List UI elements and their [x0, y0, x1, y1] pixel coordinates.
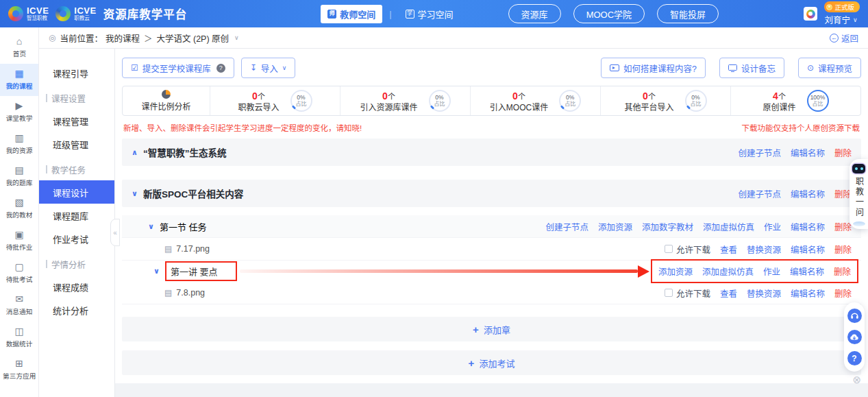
- chevron-down-icon[interactable]: ∨: [234, 34, 239, 41]
- space-tab-learning-space[interactable]: 学学习空间: [399, 5, 460, 23]
- action-add-digital-textbook[interactable]: 添加数字教材: [642, 220, 693, 233]
- sidebar-item-my-textbooks[interactable]: ▧我的教材: [0, 193, 38, 225]
- action-delete[interactable]: 删除: [834, 287, 852, 300]
- tree-row-title[interactable]: 7.17.png: [176, 244, 210, 254]
- close-floating-toolbar-icon[interactable]: ⊗: [852, 374, 861, 385]
- action-replace-resource[interactable]: 替换资源: [747, 243, 781, 256]
- logo-tagline: 职教云: [74, 16, 96, 21]
- monitor-icon: [728, 64, 737, 71]
- zhijiao-assistant-tab[interactable]: 职教一问: [850, 159, 868, 229]
- allow-download-checkbox[interactable]: 允许下载: [665, 243, 710, 256]
- action-edit-name[interactable]: 编辑名称: [791, 243, 825, 256]
- chevron-down-icon[interactable]: ∨: [153, 267, 160, 275]
- sidebar-item-my-resources[interactable]: ▥我的资源: [0, 128, 38, 160]
- action-edit-name[interactable]: 编辑名称: [790, 265, 824, 278]
- import-button[interactable]: ↧ 导入 ∨: [241, 58, 296, 78]
- breadcrumb-my-courses[interactable]: 我的课程: [106, 32, 140, 45]
- design-memo-button[interactable]: 设计备忘: [719, 58, 784, 78]
- exam-icon: ▢: [14, 262, 23, 272]
- tree-row-title[interactable]: 7.8.png: [176, 288, 205, 298]
- chevron-down-icon: ∨: [853, 16, 858, 23]
- action-edit-name[interactable]: 编辑名称: [791, 220, 825, 233]
- action-delete[interactable]: 删除: [834, 220, 852, 233]
- row-actions: 创建子节点编辑名称删除: [738, 146, 852, 159]
- sidebar-item-messages[interactable]: ✉消息通知: [0, 289, 38, 322]
- menu-item-statistical-analysis[interactable]: 统计分析: [39, 298, 114, 322]
- download-permission-notice: 下载功能仅支持个人原创资源下载: [742, 122, 860, 133]
- tree-row-title[interactable]: “智慧职教”生态系统: [143, 145, 227, 159]
- chevron-down-icon[interactable]: ∨: [148, 223, 154, 230]
- customer-service-icon[interactable]: [847, 309, 862, 323]
- allow-download-checkbox[interactable]: 允许下载: [665, 287, 710, 300]
- tree-row-file: ▤7.17.png允许下载查看替换资源编辑名称删除: [122, 238, 861, 261]
- sidebar-item-pending-homework[interactable]: ▣待批作业: [0, 225, 38, 257]
- menu-item-course-management[interactable]: 课程管理: [39, 109, 114, 132]
- mooc-academy-button[interactable]: MOOC学院: [573, 4, 645, 23]
- annotation-arrow-head: [638, 265, 649, 278]
- action-add-resource[interactable]: 添加资源: [598, 220, 632, 233]
- smart-screen-cast-button[interactable]: 智能投屏: [657, 4, 719, 23]
- action-add-virtual-simulation[interactable]: 添加虚拟仿真: [702, 265, 754, 278]
- tree-row-title[interactable]: 第一讲 要点: [171, 265, 218, 278]
- space-switcher: 师教师空间|学学习空间: [321, 5, 460, 23]
- action-homework[interactable]: 作业: [764, 220, 781, 233]
- action-delete[interactable]: 删除: [834, 243, 852, 256]
- plus-icon: +: [469, 358, 475, 368]
- resource-library-button[interactable]: 资源库: [508, 4, 561, 23]
- stat-count: 0个: [512, 89, 525, 102]
- action-delete[interactable]: 删除: [834, 265, 851, 278]
- sidebar-item-label: 首页: [12, 49, 25, 58]
- menu-item-course-question-bank[interactable]: 课程题库: [39, 204, 114, 227]
- back-button[interactable]: ←返回: [830, 32, 858, 45]
- sidebar-item-home[interactable]: ⌂首页: [0, 32, 38, 64]
- action-view[interactable]: 查看: [720, 243, 737, 256]
- sidebar-item-my-courses[interactable]: ▦我的课程: [0, 64, 38, 96]
- chevron-up-icon[interactable]: ∧: [132, 149, 138, 156]
- sidebar-item-my-question-bank[interactable]: ▤我的题库: [0, 160, 38, 193]
- add-chapter-button[interactable]: +添加章: [122, 317, 861, 341]
- add-exam-button[interactable]: +添加考试: [122, 350, 861, 375]
- action-replace-resource[interactable]: 替换资源: [747, 287, 781, 300]
- action-add-virtual-simulation[interactable]: 添加虚拟仿真: [703, 220, 754, 233]
- stat-mooc-courseware: 0个引入MOOC课件0%占比: [471, 86, 601, 115]
- sidebar-item-label: 我的教材: [6, 210, 33, 219]
- help-icon[interactable]: ?: [847, 351, 862, 365]
- course-preview-button[interactable]: ⊙课程预览: [798, 58, 861, 78]
- sidebar-item-pending-exams[interactable]: ▢待批考试: [0, 257, 38, 289]
- stat-label: 其他平台导入: [624, 103, 673, 112]
- tree-row-file: ▤7.8.png允许下载查看替换资源编辑名称删除: [122, 282, 861, 304]
- action-view[interactable]: 查看: [720, 287, 737, 300]
- sidebar-item-third-party-apps[interactable]: ⊞第三方应用: [0, 354, 38, 386]
- action-edit-name[interactable]: 编辑名称: [791, 146, 825, 159]
- menu-item-class-management[interactable]: 班级管理: [39, 132, 114, 156]
- menu-item-course-design[interactable]: 课程设计: [39, 180, 114, 204]
- icve-zhihuizhijiao-logo: ICVE智慧职教: [8, 6, 49, 21]
- annotation-box-title: 第一讲 要点: [165, 261, 237, 281]
- submit-to-school-library-button[interactable]: ☑ 提交至学校课程库 ?: [122, 58, 234, 78]
- course-toolbar: ☑ 提交至学校课程库 ? ↧ 导入 ∨ 如何搭建课程内容? 设计备忘 ⊙课程预览: [122, 58, 861, 78]
- action-homework[interactable]: 作业: [763, 265, 780, 278]
- tree-row-title[interactable]: 第一节 任务: [160, 220, 207, 233]
- action-create-child-node[interactable]: 创建子节点: [738, 187, 781, 200]
- menu-item-homework-exam[interactable]: 作业考试: [39, 227, 114, 250]
- cloud-download-icon[interactable]: [847, 330, 862, 344]
- action-add-resource[interactable]: 添加资源: [658, 265, 693, 278]
- how-to-build-course-button[interactable]: 如何搭建课程内容?: [601, 58, 706, 78]
- menu-item-course-guide[interactable]: 课程引导: [39, 61, 114, 84]
- action-create-child-node[interactable]: 创建子节点: [738, 146, 781, 159]
- action-create-child-node[interactable]: 创建子节点: [545, 220, 588, 233]
- action-edit-name[interactable]: 编辑名称: [791, 287, 825, 300]
- action-edit-name[interactable]: 编辑名称: [791, 187, 825, 200]
- chevron-down-icon[interactable]: ∨: [132, 190, 138, 197]
- action-delete[interactable]: 删除: [834, 146, 852, 159]
- collapse-menu-handle[interactable]: «: [110, 219, 120, 246]
- help-tooltip-icon[interactable]: ?: [216, 64, 225, 73]
- sidebar-item-data-statistics[interactable]: ◫数据统计: [0, 322, 38, 354]
- space-tab-teacher-space[interactable]: 师教师空间: [321, 5, 382, 23]
- user-menu[interactable]: 刘育宁∨: [824, 13, 857, 26]
- tree-row-title[interactable]: 新版SPOC平台相关内容: [143, 187, 243, 200]
- app-icon[interactable]: [804, 7, 817, 21]
- sidebar-item-classroom-teaching[interactable]: ▶课堂教学: [0, 96, 38, 128]
- stat-percent: 100%: [810, 95, 826, 101]
- menu-item-course-grades[interactable]: 课程成绩: [39, 275, 114, 298]
